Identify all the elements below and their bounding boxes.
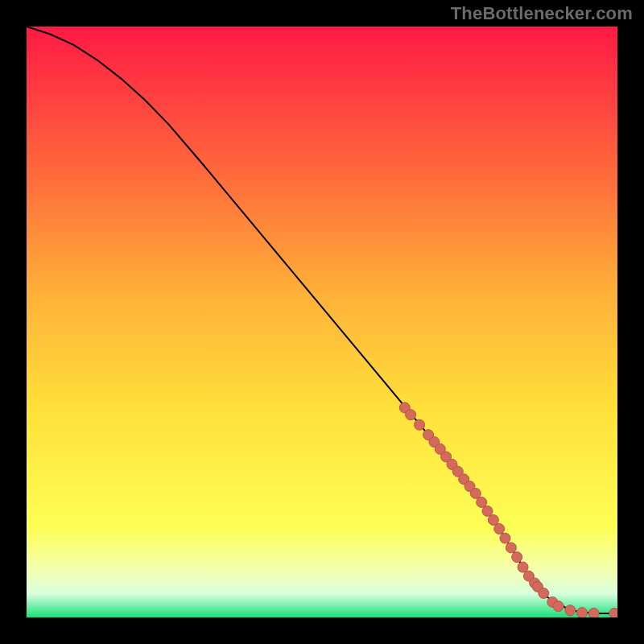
data-marker xyxy=(553,601,564,612)
data-marker xyxy=(415,419,425,430)
data-marker xyxy=(588,608,599,617)
data-marker xyxy=(477,497,487,507)
data-marker xyxy=(494,523,505,534)
plot-area xyxy=(27,27,617,617)
data-marker xyxy=(539,588,549,598)
data-marker xyxy=(577,608,588,617)
plot-svg xyxy=(27,27,617,617)
data-marker xyxy=(518,562,528,572)
data-marker xyxy=(482,506,493,516)
data-marker xyxy=(512,552,522,563)
data-marker xyxy=(500,533,510,543)
data-marker xyxy=(506,543,516,553)
gradient-background xyxy=(27,27,617,617)
watermark-text: TheBottlenecker.com xyxy=(451,3,633,24)
data-marker xyxy=(565,605,576,616)
data-marker xyxy=(470,488,481,498)
chart-frame: TheBottlenecker.com xyxy=(0,0,644,644)
data-marker xyxy=(488,514,498,525)
data-marker xyxy=(406,410,416,420)
data-marker xyxy=(609,608,617,617)
